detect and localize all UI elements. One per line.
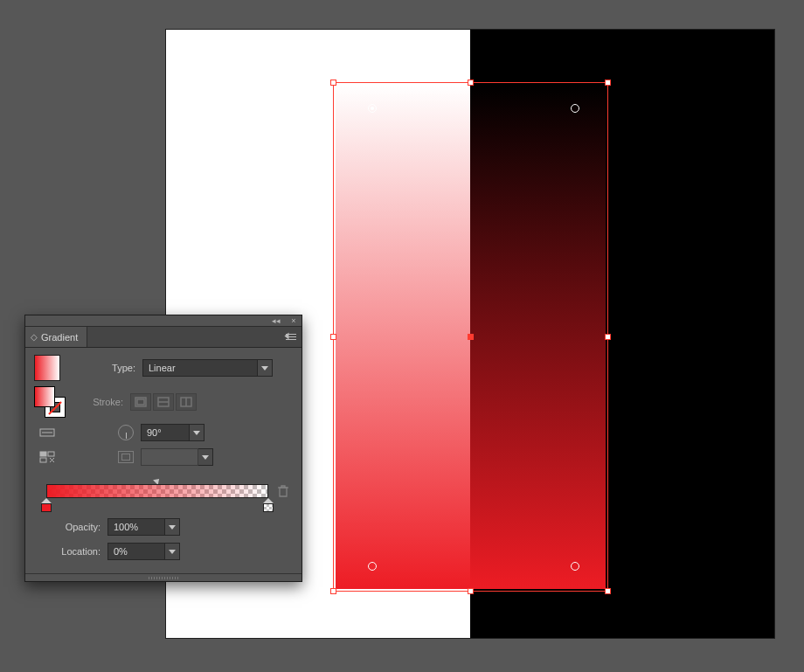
svg-rect-5 bbox=[40, 452, 46, 456]
fill-stroke-indicator[interactable] bbox=[34, 386, 66, 418]
gradient-angle-value: 90° bbox=[141, 424, 190, 441]
stroke-label: Stroke: bbox=[74, 397, 130, 407]
location-label: Location: bbox=[34, 546, 107, 557]
panel-resize-grip[interactable] bbox=[25, 573, 302, 581]
svg-rect-7 bbox=[40, 458, 46, 462]
gradient-stop-start-swatch bbox=[41, 503, 52, 512]
dropdown-arrow-icon bbox=[165, 543, 180, 560]
gradient-panel[interactable]: ◂◂ × ◇ Gradient Type: Linear Stroke: bbox=[24, 315, 302, 582]
panel-body: Type: Linear Stroke: bbox=[25, 348, 302, 573]
panel-tab-bar: ◇ Gradient bbox=[25, 327, 302, 348]
stroke-align-within-button[interactable] bbox=[130, 393, 151, 411]
type-label: Type: bbox=[69, 363, 142, 373]
stop-opacity-value: 100% bbox=[107, 518, 165, 536]
stop-opacity-input[interactable]: 100% bbox=[107, 518, 180, 536]
dropdown-arrow-icon bbox=[190, 424, 204, 441]
fill-swatch[interactable] bbox=[34, 386, 55, 407]
reverse-gradient-button[interactable] bbox=[39, 425, 55, 440]
dropdown-arrow-icon bbox=[198, 448, 213, 466]
dropdown-arrow-icon bbox=[165, 518, 180, 536]
gradient-ramp-bar[interactable] bbox=[46, 484, 268, 498]
aspect-ratio-icon bbox=[118, 451, 134, 463]
stroke-gradient-align-group bbox=[130, 393, 197, 411]
gradient-ramp-editor[interactable] bbox=[34, 477, 293, 512]
gradient-stop-end[interactable] bbox=[263, 498, 274, 511]
gradient-rectangle-object[interactable] bbox=[336, 85, 606, 589]
tab-gradient[interactable]: ◇ Gradient bbox=[25, 327, 87, 347]
gradient-stop-end-swatch bbox=[263, 503, 274, 512]
stroke-align-along-button[interactable] bbox=[153, 393, 174, 411]
gradient-tab-label: Gradient bbox=[41, 332, 78, 343]
angle-icon bbox=[118, 425, 134, 440]
stop-location-input[interactable]: 0% bbox=[107, 543, 180, 560]
panel-collapse-icon[interactable]: ◂◂ bbox=[272, 316, 281, 325]
gradient-aspect-ratio-input[interactable] bbox=[141, 448, 213, 466]
gradient-fill-preview bbox=[336, 85, 606, 589]
delete-stop-button[interactable] bbox=[277, 484, 289, 500]
stop-location-value: 0% bbox=[107, 543, 165, 560]
gradient-angle-input[interactable]: 90° bbox=[141, 424, 204, 441]
gradient-library-button[interactable] bbox=[39, 449, 55, 465]
panel-close-icon[interactable]: × bbox=[289, 316, 298, 325]
gradient-swatch-preview[interactable] bbox=[34, 355, 60, 381]
panel-flyout-menu-button[interactable] bbox=[284, 330, 298, 343]
gradient-type-dropdown[interactable]: Linear bbox=[142, 359, 273, 377]
panel-window-controls: ◂◂ × bbox=[25, 315, 302, 327]
gradient-type-value: Linear bbox=[142, 359, 258, 377]
gradient-aspect-ratio-value bbox=[141, 448, 198, 466]
svg-rect-6 bbox=[48, 452, 54, 456]
svg-rect-1 bbox=[137, 399, 144, 405]
dropdown-arrow-icon bbox=[258, 359, 273, 377]
gradient-stop-start[interactable] bbox=[41, 498, 52, 511]
stroke-align-across-button[interactable] bbox=[176, 393, 197, 411]
opacity-label: Opacity: bbox=[34, 522, 107, 532]
gradient-tab-icon: ◇ bbox=[31, 332, 38, 342]
